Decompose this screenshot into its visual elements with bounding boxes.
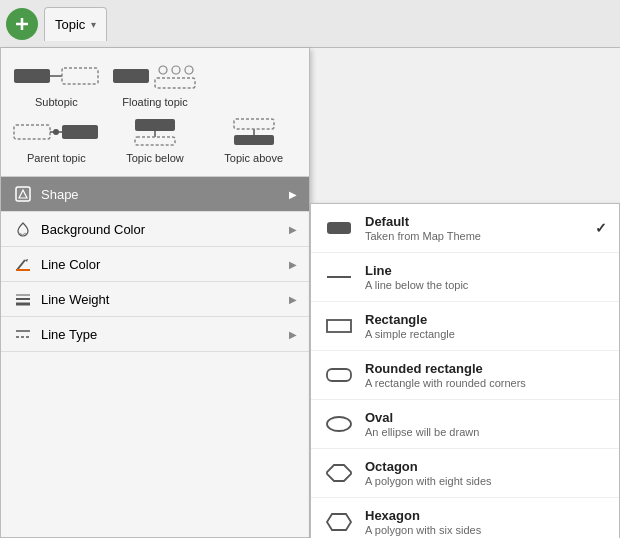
octagon-text: Octagon A polygon with eight sides <box>365 459 607 487</box>
svg-rect-4 <box>62 68 98 84</box>
menu-item-line-type[interactable]: Line Type ▶ <box>1 317 309 352</box>
svg-rect-10 <box>14 125 50 139</box>
svg-rect-32 <box>327 369 351 381</box>
above-label: Topic above <box>224 152 283 164</box>
submenu-item-hexagon[interactable]: Hexagon A polygon with six sides <box>311 498 619 538</box>
rounded-rectangle-title: Rounded rectangle <box>365 361 607 376</box>
line-weight-arrow-icon: ▶ <box>289 294 297 305</box>
line-color-arrow-icon: ▶ <box>289 259 297 270</box>
main-area: Subtopic Floating topic <box>0 48 620 538</box>
svg-rect-2 <box>14 69 50 83</box>
line-desc: A line below the topic <box>365 279 607 291</box>
line-type-arrow-icon: ▶ <box>289 329 297 340</box>
line-color-icon <box>13 254 33 274</box>
rectangle-shape-icon <box>323 310 355 342</box>
line-type-icon <box>13 324 33 344</box>
submenu-item-octagon[interactable]: Octagon A polygon with eight sides <box>311 449 619 498</box>
menu-item-line-weight[interactable]: Line Weight ▶ <box>1 282 309 317</box>
chevron-down-icon: ▾ <box>91 19 96 30</box>
line-weight-icon <box>13 289 33 309</box>
line-type-label: Line Type <box>41 327 289 342</box>
below-item[interactable]: Topic below <box>110 116 201 164</box>
octagon-title: Octagon <box>365 459 607 474</box>
svg-rect-29 <box>327 222 351 234</box>
svg-line-21 <box>17 260 25 270</box>
topic-icons-grid: Subtopic Floating topic <box>1 48 309 177</box>
line-weight-label: Line Weight <box>41 292 289 307</box>
add-button[interactable] <box>6 8 38 40</box>
octagon-desc: A polygon with eight sides <box>365 475 607 487</box>
floating-label: Floating topic <box>122 96 187 108</box>
shape-label: Shape <box>41 187 289 202</box>
svg-rect-13 <box>62 125 98 139</box>
topic-tab[interactable]: Topic ▾ <box>44 7 107 41</box>
shape-submenu: Default Taken from Map Theme ✓ Line A li… <box>310 203 620 538</box>
above-item[interactable]: Topic above <box>208 116 299 164</box>
default-text: Default Taken from Map Theme <box>365 214 595 242</box>
hexagon-title: Hexagon <box>365 508 607 523</box>
dropdown-panel: Subtopic Floating topic <box>0 48 310 538</box>
hexagon-text: Hexagon A polygon with six sides <box>365 508 607 536</box>
rectangle-title: Rectangle <box>365 312 607 327</box>
shape-arrow-icon: ▶ <box>289 189 297 200</box>
oval-desc: An ellipse will be drawn <box>365 426 607 438</box>
rounded-rectangle-text: Rounded rectangle A rectangle with round… <box>365 361 607 389</box>
svg-point-12 <box>53 129 59 135</box>
rounded-rectangle-desc: A rectangle with rounded corners <box>365 377 607 389</box>
oval-title: Oval <box>365 410 607 425</box>
svg-point-33 <box>327 417 351 431</box>
submenu-item-default[interactable]: Default Taken from Map Theme ✓ <box>311 204 619 253</box>
parent-icon <box>11 116 101 148</box>
line-title: Line <box>365 263 607 278</box>
line-shape-icon <box>323 261 355 293</box>
hexagon-desc: A polygon with six sides <box>365 524 607 536</box>
oval-shape-icon <box>323 408 355 440</box>
line-color-label: Line Color <box>41 257 289 272</box>
background-color-arrow-icon: ▶ <box>289 224 297 235</box>
hexagon-shape-icon <box>323 506 355 538</box>
parent-item[interactable]: Parent topic <box>11 116 102 164</box>
floating-icon <box>110 60 200 92</box>
svg-marker-34 <box>327 465 351 481</box>
below-icon <box>110 116 200 148</box>
default-desc: Taken from Map Theme <box>365 230 595 242</box>
parent-label: Parent topic <box>27 152 86 164</box>
rectangle-desc: A simple rectangle <box>365 328 607 340</box>
default-title: Default <box>365 214 595 229</box>
submenu-item-oval[interactable]: Oval An ellipse will be drawn <box>311 400 619 449</box>
topic-tab-label: Topic <box>55 17 85 32</box>
submenu-item-rectangle[interactable]: Rectangle A simple rectangle <box>311 302 619 351</box>
shape-icon <box>13 184 33 204</box>
subtopic-label: Subtopic <box>35 96 78 108</box>
svg-point-6 <box>159 66 167 74</box>
submenu-item-line[interactable]: Line A line below the topic <box>311 253 619 302</box>
subtopic-icon <box>11 60 101 92</box>
octagon-shape-icon <box>323 457 355 489</box>
svg-rect-19 <box>234 119 274 129</box>
background-color-label: Background Color <box>41 222 289 237</box>
rounded-rectangle-shape-icon <box>323 359 355 391</box>
svg-rect-16 <box>135 137 175 145</box>
menu-item-line-color[interactable]: Line Color ▶ <box>1 247 309 282</box>
menu-item-background-color[interactable]: Background Color ▶ <box>1 212 309 247</box>
submenu-item-rounded-rectangle[interactable]: Rounded rectangle A rectangle with round… <box>311 351 619 400</box>
svg-rect-17 <box>234 135 274 145</box>
svg-point-8 <box>185 66 193 74</box>
svg-rect-23 <box>16 269 30 271</box>
below-label: Topic below <box>126 152 183 164</box>
svg-rect-9 <box>155 78 195 88</box>
svg-rect-14 <box>135 119 175 131</box>
svg-marker-35 <box>327 514 351 530</box>
subtopic-item[interactable]: Subtopic <box>11 60 102 108</box>
background-color-icon <box>13 219 33 239</box>
svg-rect-31 <box>327 320 351 332</box>
rectangle-text: Rectangle A simple rectangle <box>365 312 607 340</box>
svg-point-7 <box>172 66 180 74</box>
oval-text: Oval An ellipse will be drawn <box>365 410 607 438</box>
default-checkmark-icon: ✓ <box>595 220 607 236</box>
above-icon <box>209 116 299 148</box>
toolbar: Topic ▾ <box>0 0 620 48</box>
floating-item[interactable]: Floating topic <box>110 60 201 108</box>
menu-item-shape[interactable]: Shape ▶ <box>1 177 309 212</box>
default-shape-icon <box>323 212 355 244</box>
